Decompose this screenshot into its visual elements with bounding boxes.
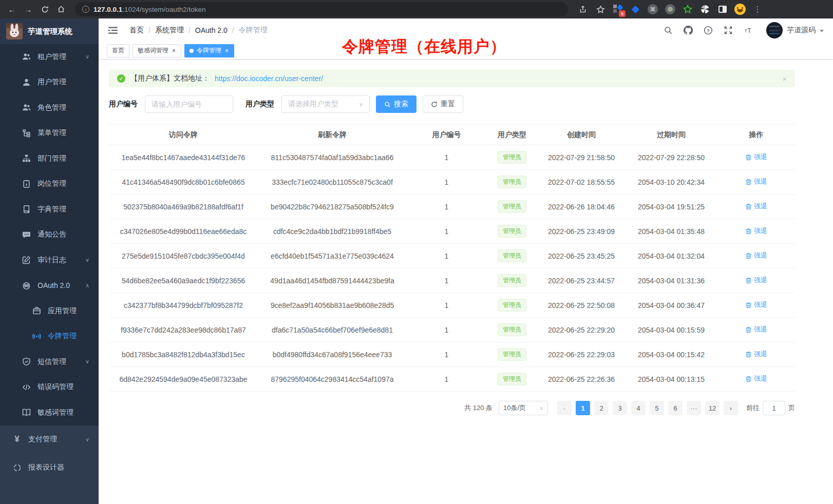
alert-close-icon[interactable]: × <box>782 74 787 83</box>
users-icon <box>22 52 31 62</box>
force-logout-label: 强退 <box>754 226 767 236</box>
page-button-3[interactable]: 3 <box>613 401 627 415</box>
user-type-tag: 管理员 <box>498 225 526 238</box>
sidebar-item-notice[interactable]: 通知公告 <box>0 222 99 248</box>
home-button[interactable] <box>54 3 68 16</box>
tab-敏感词管理[interactable]: 敏感词管理× <box>132 44 181 57</box>
force-logout-button[interactable]: 强退 <box>745 374 767 383</box>
force-logout-button[interactable]: 强退 <box>745 276 767 285</box>
sidebar-item-role[interactable]: 角色管理 <box>0 95 99 121</box>
sidebar-item-menu[interactable]: 菜单管理 <box>0 121 99 146</box>
forward-button[interactable]: → <box>22 3 35 16</box>
expire-time-cell: 2054-03-10 20:42:34 <box>625 170 717 195</box>
sidebar-item-dict[interactable]: 字典管理 <box>0 197 99 222</box>
sidebar-item-oauth2-token[interactable]: 令牌管理 <box>0 324 99 350</box>
sidebar-item-label: 字典管理 <box>37 205 66 214</box>
site-info-icon[interactable]: i <box>82 6 89 13</box>
page-button-4[interactable]: 4 <box>631 401 646 415</box>
page-size-select[interactable]: 10条/页∨ <box>499 401 548 415</box>
expire-time-cell: 2054-03-04 01:35:48 <box>625 219 717 244</box>
browser-menu-button[interactable]: ⋮ <box>752 4 763 15</box>
table-row: 6d842e2924594de9a09e45e087323abe8796295f… <box>109 367 795 392</box>
breadcrumb-item[interactable]: OAuth 2.0 <box>195 26 228 34</box>
force-logout-button[interactable]: 强退 <box>745 152 767 162</box>
gem-icon <box>631 5 639 13</box>
sidebar-item-report-designer[interactable]: 报表设计器 <box>0 454 99 482</box>
extension-pinwheel-button[interactable] <box>699 4 711 15</box>
goto-page-input[interactable] <box>763 401 785 415</box>
force-logout-label: 强退 <box>754 325 767 334</box>
force-logout-button[interactable]: 强退 <box>745 300 767 309</box>
user-icon <box>22 77 31 87</box>
reload-button[interactable] <box>38 3 51 16</box>
reload-icon <box>41 6 49 13</box>
prev-page-button[interactable]: ‹ <box>557 401 572 415</box>
help-button[interactable]: ? <box>703 25 713 35</box>
sidebar-item-oauth2-app[interactable]: 应用管理 <box>0 298 99 324</box>
sidebar-item-sms[interactable]: 短信管理∨ <box>0 349 99 375</box>
sidebar-collapse-button[interactable] <box>108 25 118 35</box>
user-id-input[interactable] <box>145 95 233 113</box>
font-size-button[interactable]: TT <box>743 25 753 35</box>
user-menu[interactable]: 芋道源码 <box>766 22 824 38</box>
page-button-1[interactable]: 1 <box>576 401 590 415</box>
refresh-token-cell: e6cfd40eb1f54571a31e775e039c4624 <box>258 244 407 268</box>
sidebar-item-audit-log[interactable]: 审计日志∨ <box>0 247 99 273</box>
search-button[interactable] <box>663 25 673 35</box>
extension-star-button[interactable] <box>682 4 693 15</box>
tab-令牌管理[interactable]: 令牌管理× <box>184 44 234 57</box>
breadcrumb-item[interactable]: 首页 <box>129 26 144 35</box>
sidebar-item-oauth2[interactable]: OAuth 2.0∧ <box>0 273 99 299</box>
breadcrumb-item[interactable]: 系统管理 <box>155 26 184 35</box>
force-logout-label: 强退 <box>754 300 767 309</box>
sidebar-item-sensitive-word[interactable]: 敏感词管理 <box>0 400 99 425</box>
page-button-6[interactable]: 6 <box>668 401 683 415</box>
app-logo-bar[interactable]: 芋道管理系统 <box>0 18 99 44</box>
page-ellipsis[interactable]: ··· <box>687 401 701 415</box>
force-logout-button[interactable]: 强退 <box>745 202 767 211</box>
force-logout-button[interactable]: 强退 <box>745 251 767 260</box>
sidebar-item-user[interactable]: 用户管理 <box>0 70 99 95</box>
user-type-cell: 管理员 <box>486 293 538 318</box>
back-button[interactable]: ← <box>5 3 18 16</box>
search-submit-button[interactable]: 搜索 <box>376 95 416 113</box>
address-bar[interactable]: i 127.0.0.1:1024/system/oauth2/token <box>75 2 568 16</box>
doc-link[interactable]: https://doc.iocoder.cn/user-center/ <box>215 74 323 83</box>
user-id-cell: 1 <box>407 244 486 268</box>
search-icon <box>384 101 391 108</box>
extension-gem-button[interactable] <box>630 4 641 15</box>
share-button[interactable] <box>577 4 589 15</box>
page-button-2[interactable]: 2 <box>594 401 609 415</box>
force-logout-button[interactable]: 强退 <box>745 226 767 236</box>
github-button[interactable] <box>683 25 693 35</box>
close-icon[interactable]: × <box>172 47 176 54</box>
extension-command-button[interactable]: ⌘ <box>647 4 658 15</box>
sidebar-item-dept[interactable]: 部门管理 <box>0 146 99 171</box>
close-icon[interactable]: × <box>224 47 229 54</box>
force-logout-button[interactable]: 强退 <box>745 177 767 186</box>
page-button-12[interactable]: 12 <box>705 401 720 415</box>
org-icon <box>22 154 31 163</box>
reset-button[interactable]: 重置 <box>423 95 463 113</box>
sidebar-item-post[interactable]: 岗位管理 <box>0 171 99 197</box>
split-screen-button[interactable] <box>717 4 728 15</box>
sidebar-item-error-code[interactable]: 错误码管理 <box>0 375 99 400</box>
profile-avatar-button[interactable] <box>734 4 746 15</box>
tab-首页[interactable]: 首页 <box>107 44 129 57</box>
page-button-5[interactable]: 5 <box>650 401 664 415</box>
sidebar: 芋道管理系统 租户管理∨用户管理角色管理菜单管理部门管理岗位管理字典管理通知公告… <box>0 18 99 504</box>
bookmark-star-button[interactable] <box>595 4 606 15</box>
sidebar-item-tenant[interactable]: 租户管理∨ <box>0 44 99 70</box>
force-logout-button[interactable]: 强退 <box>745 350 767 359</box>
next-page-button[interactable]: › <box>724 401 738 415</box>
fullscreen-button[interactable] <box>723 25 733 35</box>
extension-record-button[interactable] <box>665 4 676 15</box>
force-logout-button[interactable]: 强退 <box>745 325 767 334</box>
sidebar-item-pay[interactable]: ¥支付管理∨ <box>0 425 99 454</box>
table-row: f9336e7c7dd242a283ee98dc86b17a87dfa6c71a… <box>109 318 795 342</box>
breadcrumb-separator: / <box>188 26 191 34</box>
action-cell: 强退 <box>717 268 795 293</box>
user-type-select[interactable]: 请选择用户类型 ∨ <box>281 95 370 113</box>
page-size-value: 10条/页 <box>503 403 526 413</box>
extension-grid-badge[interactable]: 9 <box>612 4 623 15</box>
